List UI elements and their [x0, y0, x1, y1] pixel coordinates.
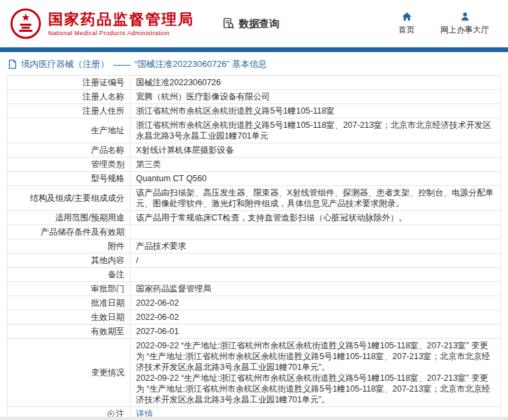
row-value: 2027-06-01 — [131, 325, 501, 339]
table-row: 变更情况2022-09-22 “生产地址:浙江省杭州市余杭区余杭街道胜义路5号1… — [7, 339, 501, 407]
row-value: 第三类 — [131, 158, 501, 172]
row-value: X射线计算机体层摄影设备 — [131, 143, 501, 158]
row-value: 该产品用于常规临床CT检查，支持血管造影扫描（心脏冠状动脉除外）。 — [131, 211, 501, 225]
row-label: 生效日期 — [7, 310, 131, 325]
row-label: 有效期至 — [7, 325, 131, 339]
row-label: 管理类别 — [7, 158, 131, 172]
row-value: / — [131, 254, 501, 268]
row-label: 注册证编号 — [7, 76, 131, 90]
table-row: 注册人住所浙江省杭州市余杭区余杭街道胜义路5号1幢105-118室 — [7, 104, 501, 118]
row-value — [131, 225, 501, 239]
document-icon — [8, 60, 17, 69]
breadcrumb-separator: —— — [113, 60, 131, 70]
row-value: 浙江省杭州市余杭区余杭街道胜义路5号1幢105-118室、207-213室；北京… — [131, 118, 501, 143]
registration-detail-table: 注册证编号国械注准20223060726注册人名称宽腾（杭州）医疗影像设备有限公… — [7, 75, 501, 420]
breadcrumb: 境内医疗器械（注册） —— “国械注准20223060726” 基本信息 — [0, 52, 508, 75]
site-header: 国家药品监督管理局 National Medical Products Admi… — [0, 0, 508, 47]
row-label: 附件 — [7, 239, 131, 254]
row-value: 2022-09-22 “生产地址:浙江省杭州市余杭区余杭街道胜义路5号1幢105… — [131, 339, 501, 407]
row-label: 产品储存条件及有效期 — [7, 225, 131, 239]
table-row: 生效日期2022-06-02 — [7, 310, 501, 325]
table-row: 有效期至2027-06-01 — [7, 325, 501, 339]
table-row: 结构及组成/主要组成成分该产品由扫描架、高压发生器、限束器、X射线管组件、探测器… — [7, 186, 501, 211]
row-label: 审批部门 — [7, 282, 131, 296]
page-title: “国械注准20223060726” 基本信息 — [135, 58, 267, 70]
table-row: 审批部门国家药品监督管理局 — [7, 282, 501, 296]
table-row: 备注 — [7, 268, 501, 282]
breadcrumb-category[interactable]: 境内医疗器械（注册） — [21, 58, 109, 70]
row-label: 其他内容 — [7, 254, 131, 268]
table-row: 管理类别第三类 — [7, 158, 501, 172]
row-value: 产品技术要求 — [131, 239, 501, 254]
header-divider-bar — [0, 47, 508, 52]
table-row: 附件产品技术要求 — [7, 239, 501, 254]
footer-strip — [0, 417, 508, 420]
data-search-icon — [223, 18, 235, 30]
table-row: 批准日期2022-06-02 — [7, 296, 501, 310]
table-row: 产品储存条件及有效期 — [7, 225, 501, 239]
nav-home-label: 首页 — [398, 24, 415, 36]
row-label: 结构及组成/主要组成成分 — [7, 186, 131, 211]
row-value: 浙江省杭州市余杭区余杭街道胜义路5号1幢105-118室 — [131, 104, 501, 118]
row-value: 该产品由扫描架、高压发生器、限束器、X射线管组件、探测器、患者支架、控制台、电源… — [131, 186, 501, 211]
row-value: 国械注准20223060726 — [131, 76, 501, 90]
data-query-label: 数据查询 — [239, 18, 279, 30]
brand-block: 国家药品监督管理局 National Medical Products Admi… — [48, 11, 194, 37]
home-icon — [402, 11, 412, 22]
national-emblem-logo — [9, 7, 42, 40]
table-row: 注册证编号国械注准20223060726 — [7, 76, 501, 90]
row-value: Quantum CT Q560 — [131, 172, 501, 186]
row-label: 备注 — [7, 268, 131, 282]
table-row: 注册人名称宽腾（杭州）医疗影像设备有限公司 — [7, 90, 501, 104]
row-value: 国家药品监督管理局 — [131, 282, 501, 296]
row-label: 产品名称 — [7, 143, 131, 158]
table-row: 其他内容/ — [7, 254, 501, 268]
row-label: 生产地址 — [7, 118, 131, 143]
nav-service-hall[interactable]: 网上办事大厅 — [440, 11, 489, 36]
person-icon — [460, 11, 470, 22]
data-query-nav[interactable]: 数据查询 — [223, 18, 279, 30]
nav-home[interactable]: 首页 — [398, 11, 415, 36]
row-label: 变更情况 — [7, 339, 131, 407]
org-name-cn: 国家药品监督管理局 — [48, 11, 194, 28]
row-value: 2022-06-02 — [131, 310, 501, 325]
table-row: 生产地址浙江省杭州市余杭区余杭街道胜义路5号1幢105-118室、207-213… — [7, 118, 501, 143]
detail-table-body: 注册证编号国械注准20223060726注册人名称宽腾（杭州）医疗影像设备有限公… — [7, 76, 501, 420]
row-value: 宽腾（杭州）医疗影像设备有限公司 — [131, 90, 501, 104]
table-row: 型号规格Quantum CT Q560 — [7, 172, 501, 186]
top-nav: 首页 网上办事大厅 — [398, 11, 489, 36]
row-label: 批准日期 — [7, 296, 131, 310]
row-label: 适用范围/预期用途 — [7, 211, 131, 225]
table-row: 适用范围/预期用途该产品用于常规临床CT检查，支持血管造影扫描（心脏冠状动脉除外… — [7, 211, 501, 225]
nav-service-hall-label: 网上办事大厅 — [440, 24, 489, 36]
detail-table-wrap: 注册证编号国械注准20223060726注册人名称宽腾（杭州）医疗影像设备有限公… — [0, 75, 508, 420]
table-row: 产品名称X射线计算机体层摄影设备 — [7, 143, 501, 158]
org-name-en: National Medical Products Administration — [48, 30, 194, 37]
row-value — [131, 268, 501, 282]
row-label: 注册人名称 — [7, 90, 131, 104]
row-label: 注册人住所 — [7, 104, 131, 118]
row-value: 2022-06-02 — [131, 296, 501, 310]
national-emblem-icon — [9, 7, 42, 40]
row-label: 型号规格 — [7, 172, 131, 186]
